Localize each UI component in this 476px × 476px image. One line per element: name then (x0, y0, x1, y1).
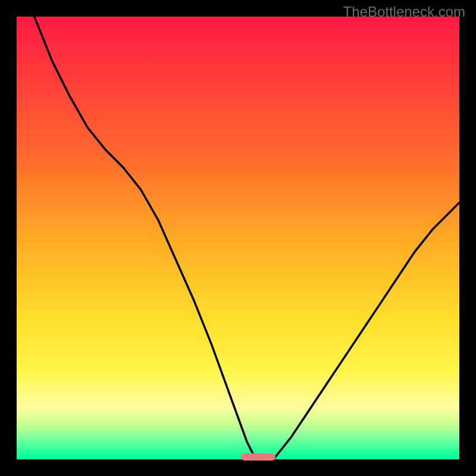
chart-curve-layer (17, 17, 459, 459)
bottleneck-marker (241, 453, 275, 461)
left-curve (35, 17, 256, 459)
watermark-text: TheBottleneck.com (343, 4, 465, 20)
right-curve (274, 203, 460, 460)
